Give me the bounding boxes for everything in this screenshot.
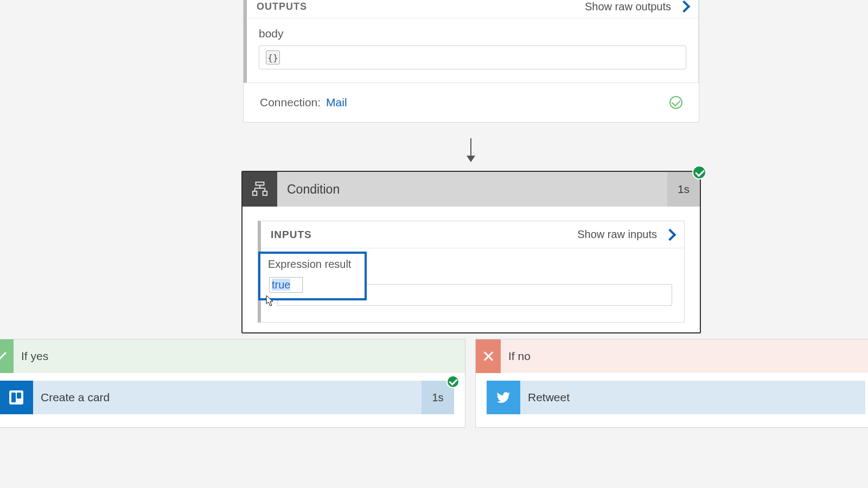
branch-no-label: If no — [508, 350, 531, 363]
body-field-label: body — [259, 27, 686, 40]
inputs-panel: INPUTS Show raw inputs Expression result… — [258, 221, 685, 323]
expression-value: true — [272, 279, 290, 291]
twitter-icon — [487, 381, 520, 414]
condition-card[interactable]: Condition 1s INPUTS Show raw inputs Expr… — [241, 171, 701, 333]
svg-rect-7 — [9, 390, 23, 404]
svg-rect-9 — [17, 393, 21, 399]
trello-icon — [0, 381, 33, 414]
svg-rect-5 — [253, 191, 257, 196]
cursor-icon — [266, 295, 275, 307]
create-card-action[interactable]: Create a card 1s — [0, 381, 454, 414]
branch-no-body: Retweet — [476, 373, 868, 427]
expression-highlight: Expression result true — [258, 252, 367, 300]
inputs-body: Expression result true — [261, 248, 684, 322]
check-icon — [0, 339, 14, 373]
retweet-action[interactable]: Retweet — [487, 381, 865, 414]
svg-rect-0 — [256, 182, 264, 185]
condition-title: Condition — [277, 172, 667, 207]
flow-arrow-icon — [470, 138, 471, 161]
expression-value-box[interactable]: true — [269, 277, 303, 293]
show-raw-inputs-button[interactable]: Show raw inputs — [577, 228, 674, 241]
inputs-title: INPUTS — [271, 229, 312, 241]
inputs-header: INPUTS Show raw inputs — [261, 221, 684, 248]
create-card-label: Create a card — [33, 381, 422, 414]
condition-header[interactable]: Condition 1s — [242, 172, 700, 207]
show-raw-inputs-label: Show raw inputs — [577, 228, 657, 241]
chevron-right-icon — [678, 1, 691, 13]
branch-yes-label: If yes — [21, 350, 48, 363]
status-success-icon — [692, 165, 706, 179]
branch-yes-card: If yes Create a card 1s — [0, 339, 465, 428]
show-raw-outputs-button[interactable]: Show raw outputs — [585, 1, 688, 13]
branch-yes-body: Create a card 1s — [0, 373, 465, 427]
status-success-icon — [446, 375, 459, 388]
body-field-value[interactable]: {} — [259, 46, 686, 69]
chevron-right-icon — [664, 228, 676, 241]
connection-row: Connection: Mail — [244, 83, 699, 122]
condition-icon — [242, 172, 277, 207]
outputs-panel: OUTPUTS Show raw outputs body {} — [244, 0, 699, 83]
connection-label: Connection: — [260, 96, 321, 109]
connection-ok-icon — [669, 96, 682, 109]
svg-rect-8 — [11, 393, 16, 402]
retweet-label: Retweet — [520, 381, 865, 414]
condition-body: INPUTS Show raw inputs Expression result… — [242, 207, 700, 332]
branch-yes-header[interactable]: If yes — [0, 339, 465, 373]
connection-link[interactable]: Mail — [326, 96, 347, 109]
branch-no-card: If no Retweet — [475, 339, 868, 428]
show-raw-outputs-label: Show raw outputs — [585, 1, 671, 13]
mail-action-card: OUTPUTS Show raw outputs body {} Connect… — [243, 0, 699, 123]
expression-result-label: Expression result — [268, 258, 359, 271]
outputs-header: OUTPUTS Show raw outputs — [247, 0, 698, 18]
x-icon — [476, 339, 501, 373]
json-object-icon: {} — [266, 50, 280, 65]
svg-rect-6 — [263, 191, 267, 196]
outputs-title: OUTPUTS — [257, 1, 307, 12]
outputs-body: body {} — [247, 18, 698, 82]
branch-no-header[interactable]: If no — [476, 339, 868, 373]
